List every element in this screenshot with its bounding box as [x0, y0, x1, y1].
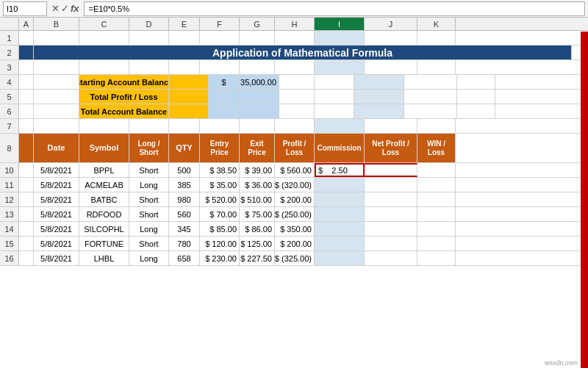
cell-e12[interactable]: 980 — [169, 192, 200, 206]
col-header-i[interactable]: I — [315, 18, 365, 30]
cell-j11[interactable] — [365, 178, 417, 192]
cell-f5[interactable] — [240, 90, 279, 104]
cell-f7[interactable] — [200, 119, 240, 133]
cell-h11[interactable]: $ (320.00) — [275, 178, 315, 192]
cell-f16[interactable]: $ 230.00 — [200, 251, 240, 265]
cell-j4[interactable] — [404, 75, 457, 89]
cell-a1[interactable] — [19, 31, 34, 45]
cell-b3[interactable] — [34, 60, 79, 74]
cell-a13[interactable] — [19, 207, 34, 221]
formula-input[interactable]: =E10*0.5% — [84, 1, 585, 16]
cell-a3[interactable] — [19, 60, 34, 74]
cell-e5[interactable] — [209, 90, 240, 104]
cell-e10-qty[interactable]: 500 — [169, 163, 200, 177]
cell-g7[interactable] — [240, 119, 275, 133]
cell-f15[interactable]: $ 120.00 — [200, 237, 240, 250]
cell-c16[interactable]: LHBL — [79, 251, 129, 265]
cell-a6[interactable] — [19, 104, 34, 118]
cell-h1[interactable] — [275, 31, 315, 45]
row-header-7[interactable]: 7 — [0, 119, 19, 134]
col-header-j[interactable]: J — [365, 18, 417, 30]
cell-k11[interactable] — [417, 178, 456, 192]
cell-k14[interactable] — [417, 222, 456, 236]
cell-d1[interactable] — [129, 31, 169, 45]
cell-i4[interactable] — [354, 75, 404, 89]
cell-e11[interactable]: 385 — [169, 178, 200, 192]
row-header-13[interactable]: 13 — [0, 207, 19, 222]
cell-g13[interactable]: $ 75.00 — [240, 207, 275, 221]
cell-a12[interactable] — [19, 192, 34, 206]
cell-f11[interactable]: $ 35.00 — [200, 178, 240, 192]
cell-g15[interactable]: $ 125.00 — [240, 237, 275, 250]
cell-i12[interactable] — [315, 192, 365, 206]
cell-j16[interactable] — [365, 251, 417, 265]
cell-c14[interactable]: SILCOPHL — [79, 222, 129, 236]
cell-h12[interactable]: $ 200.00 — [275, 192, 315, 206]
cell-f10-entry[interactable]: $ 38.50 — [200, 163, 240, 177]
cell-i15[interactable] — [315, 237, 365, 250]
cell-b6[interactable] — [34, 104, 79, 118]
cell-j14[interactable] — [365, 222, 417, 236]
cell-k10-winloss[interactable] — [417, 163, 456, 177]
cell-g12[interactable]: $ 510.00 — [240, 192, 275, 206]
cell-c13[interactable]: RDFOOD — [79, 207, 129, 221]
row-header-15[interactable]: 15 — [0, 237, 19, 251]
col-header-c[interactable]: C — [79, 18, 129, 30]
cell-f3[interactable] — [200, 60, 240, 74]
col-header-f[interactable]: F — [200, 18, 240, 30]
cell-i10-commission[interactable]: $ 2.50 — [315, 163, 365, 177]
cell-k3[interactable] — [417, 60, 456, 74]
cell-c1[interactable] — [79, 31, 129, 45]
cell-a14[interactable] — [19, 222, 34, 236]
cell-j7[interactable] — [365, 119, 417, 133]
cell-d12[interactable]: Short — [129, 192, 169, 206]
row-header-16[interactable]: 16 — [0, 251, 19, 266]
cell-i11[interactable] — [315, 178, 365, 192]
cell-h7[interactable] — [275, 119, 315, 133]
cell-g10-exit[interactable]: $ 39.00 — [240, 163, 275, 177]
cell-h14[interactable]: $ 350.00 — [275, 222, 315, 236]
row-header-1[interactable]: 1 — [0, 31, 19, 46]
cell-e6[interactable] — [209, 104, 240, 118]
cell-j15[interactable] — [365, 237, 417, 250]
cell-g5[interactable] — [279, 90, 315, 104]
cell-i13[interactable] — [315, 207, 365, 221]
cell-h15[interactable]: $ 200.00 — [275, 237, 315, 250]
cell-f13[interactable]: $ 70.00 — [200, 207, 240, 221]
confirm-icon[interactable]: ✓ — [61, 3, 69, 14]
cell-j10-netpl[interactable] — [365, 163, 417, 177]
cell-e14[interactable]: 345 — [169, 222, 200, 236]
cell-c7[interactable] — [79, 119, 129, 133]
col-header-a[interactable]: A — [19, 18, 34, 30]
cell-j5[interactable] — [404, 90, 457, 104]
cell-g14[interactable]: $ 86.00 — [240, 222, 275, 236]
cell-a16[interactable] — [19, 251, 34, 265]
cell-i3[interactable] — [315, 60, 365, 74]
cell-g16[interactable]: $ 227.50 — [240, 251, 275, 265]
cell-b4[interactable] — [34, 75, 79, 89]
cell-h13[interactable]: $ (250.00) — [275, 207, 315, 221]
cell-e3[interactable] — [169, 60, 200, 74]
col-header-h[interactable]: H — [275, 18, 315, 30]
cell-b5[interactable] — [34, 90, 79, 104]
cell-e7[interactable] — [169, 119, 200, 133]
cell-d6-span[interactable] — [169, 104, 209, 118]
cell-c3[interactable] — [79, 60, 129, 74]
cell-f12[interactable]: $ 520.00 — [200, 192, 240, 206]
cell-g6[interactable] — [279, 104, 315, 118]
row-header-10[interactable]: 10 — [0, 163, 19, 178]
cell-c15[interactable]: FORTUNE — [79, 237, 129, 250]
row-header-6[interactable]: 6 — [0, 104, 19, 119]
cell-f1[interactable] — [200, 31, 240, 45]
cell-j6[interactable] — [404, 104, 457, 118]
cell-d16[interactable]: Long — [129, 251, 169, 265]
cell-k6[interactable] — [457, 104, 495, 118]
cell-j12[interactable] — [365, 192, 417, 206]
fx-icon[interactable]: fx — [71, 3, 79, 14]
cell-k13[interactable] — [417, 207, 456, 221]
cell-k5[interactable] — [457, 90, 495, 104]
cell-k16[interactable] — [417, 251, 456, 265]
cell-h6[interactable] — [315, 104, 354, 118]
cell-d5-span[interactable] — [169, 90, 209, 104]
cell-j13[interactable] — [365, 207, 417, 221]
